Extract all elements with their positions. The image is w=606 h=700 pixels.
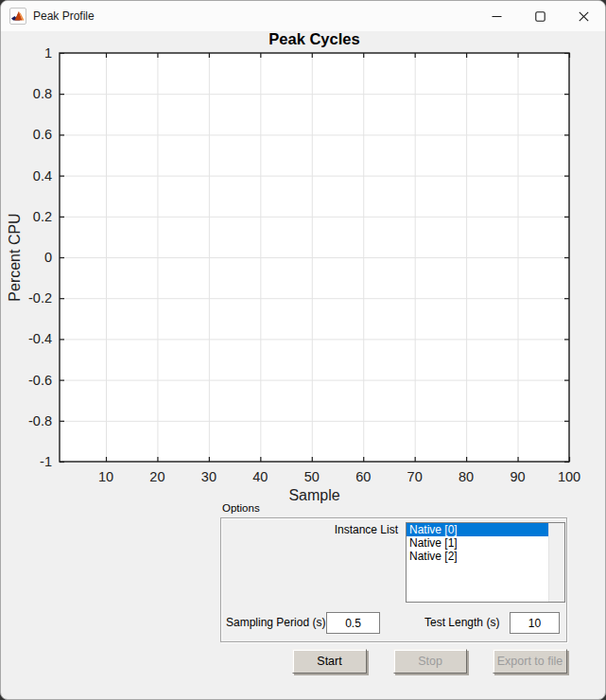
svg-text:Sample: Sample	[288, 487, 339, 503]
svg-text:1: 1	[44, 45, 52, 61]
list-item[interactable]: Native [2]	[407, 550, 548, 563]
svg-text:0.8: 0.8	[33, 86, 52, 101]
listbox-scrollbar[interactable]	[548, 523, 564, 602]
svg-text:Percent CPU: Percent CPU	[7, 213, 23, 301]
export-to-file-button[interactable]: Export to file	[493, 649, 567, 674]
svg-text:90: 90	[510, 469, 525, 484]
sampling-period-field[interactable]	[326, 612, 380, 634]
svg-text:80: 80	[459, 469, 474, 484]
test-length-field[interactable]	[510, 612, 560, 634]
svg-text:100: 100	[558, 469, 580, 484]
app-window: Peak Profile 102030405060708090100-1-0.8…	[0, 0, 606, 700]
instance-listbox-items: Native [0]Native [1]Native [2]	[407, 523, 548, 602]
svg-text:0.2: 0.2	[33, 209, 52, 224]
test-length-label: Test Length (s)	[424, 617, 499, 629]
list-item[interactable]: Native [1]	[407, 536, 548, 550]
svg-text:60: 60	[355, 469, 371, 484]
options-panel-title: Options	[222, 502, 260, 515]
svg-text:0.6: 0.6	[33, 127, 52, 142]
svg-text:30: 30	[201, 469, 216, 484]
svg-text:-0.8: -0.8	[28, 413, 52, 429]
svg-text:0.4: 0.4	[33, 168, 52, 184]
svg-text:0: 0	[44, 250, 52, 265]
list-item[interactable]: Native [0]	[407, 523, 548, 536]
start-button[interactable]: Start	[292, 649, 367, 674]
svg-text:20: 20	[149, 469, 164, 484]
svg-text:-0.4: -0.4	[28, 331, 52, 346]
sampling-period-label: Sampling Period (s)	[226, 617, 325, 629]
instance-listbox[interactable]: Native [0]Native [1]Native [2]	[406, 522, 565, 603]
svg-text:-0.6: -0.6	[28, 373, 52, 388]
svg-text:70: 70	[407, 469, 423, 484]
svg-text:-0.2: -0.2	[28, 290, 52, 306]
svg-text:-1: -1	[40, 454, 52, 469]
svg-text:10: 10	[98, 469, 113, 484]
stop-button[interactable]: Stop	[393, 649, 467, 674]
svg-text:50: 50	[304, 469, 320, 484]
svg-text:Peak Cycles: Peak Cycles	[268, 30, 359, 47]
svg-text:40: 40	[252, 469, 268, 484]
instance-list-label: Instance List	[322, 524, 398, 536]
